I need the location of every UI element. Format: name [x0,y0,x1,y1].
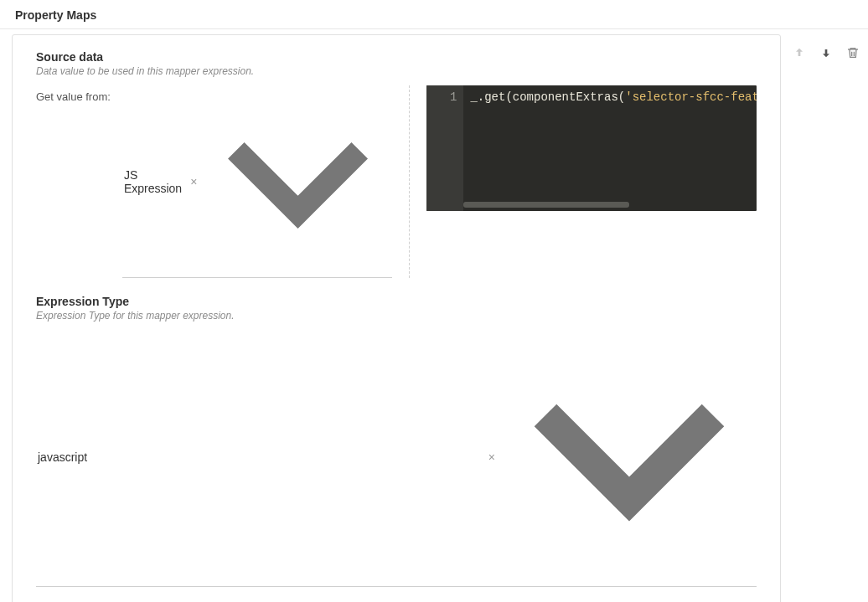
source-data-code-editor[interactable]: 1 _.get(componentExtras('selector-sfcc-f… [426,85,756,211]
card-side-actions [793,34,860,59]
source-data-help: Data value to be used in this mapper exp… [36,65,757,77]
expression-type-title: Expression Type [36,295,757,308]
select-value: javascript [38,450,480,464]
page-title: Property Maps [0,0,868,29]
arrow-down-icon[interactable] [819,46,833,59]
get-value-from-select[interactable]: JS Expression × [122,85,393,278]
chevron-down-icon[interactable] [205,89,390,274]
get-value-from-label: Get value from: [36,85,111,103]
expression-type-section: Expression Type Expression Type for this… [36,295,757,587]
select-value: JS Expression [124,168,182,195]
vertical-divider [409,85,410,278]
line-number: 1 [426,90,457,104]
property-map-card: Source data Data value to be used in thi… [12,34,781,602]
editor-content[interactable]: _.get(componentExtras('selector-sfcc-fea… [463,85,756,211]
clear-icon[interactable]: × [485,450,499,464]
scrollbar-thumb[interactable] [463,202,629,208]
source-data-section: Source data Data value to be used in thi… [36,50,757,278]
expression-type-select[interactable]: javascript × [36,328,757,587]
arrow-up-icon[interactable] [793,46,806,59]
trash-icon[interactable] [846,46,860,59]
expression-type-help: Expression Type for this mapper expressi… [36,310,757,322]
editor-gutter: 1 [426,85,463,211]
horizontal-scrollbar[interactable] [463,202,749,208]
source-data-title: Source data [36,50,757,64]
chevron-down-icon[interactable] [504,332,755,583]
clear-icon[interactable]: × [187,175,200,188]
